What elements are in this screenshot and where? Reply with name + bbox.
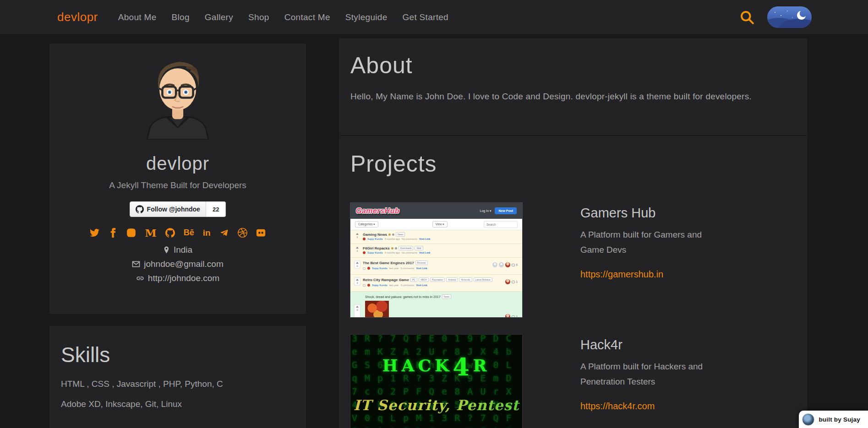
hack4r-tagline: IT Security, Pentest bbox=[350, 397, 522, 413]
search-icon[interactable] bbox=[739, 9, 755, 26]
gamershub-view-dropdown: View ▾ bbox=[432, 221, 448, 228]
profile-avatar bbox=[132, 50, 224, 140]
about-card: About Hello, My Name is John Doe. I love… bbox=[339, 38, 807, 135]
built-by-text: built by Sujay bbox=[819, 416, 860, 423]
project-row-gamers-hub: GamersHub Log In ▾ New Post Categories ▾… bbox=[350, 203, 794, 317]
gamershub-thumb-header: GamersHub Log In ▾ New Post bbox=[350, 203, 522, 219]
gamershub-search-input bbox=[484, 221, 518, 228]
project-description: A Platform built for Gamers and Game Dev… bbox=[580, 227, 727, 257]
nav-item-contact-me[interactable]: Contact Me bbox=[284, 12, 330, 22]
behance-icon[interactable]: Bē bbox=[184, 228, 194, 238]
nav-item-get-started[interactable]: Get Started bbox=[403, 12, 448, 22]
projects-card: Projects GamersHub Log In ▾ New Post Cat… bbox=[339, 136, 807, 428]
medium-icon[interactable]: M bbox=[145, 228, 156, 238]
skills-line: HTML , CSS , Javascript , PHP, Python, C bbox=[61, 379, 295, 389]
github-follow-label: Follow @johndoe bbox=[147, 206, 200, 213]
social-links: M Bē in bbox=[90, 228, 265, 238]
theme-toggle[interactable] bbox=[767, 6, 812, 28]
email-row: johndoe@gmail.com bbox=[132, 259, 224, 269]
facebook-icon[interactable] bbox=[108, 228, 118, 238]
gamershub-logo: GamersHub bbox=[356, 207, 399, 215]
website-link[interactable]: http://johndoe.com bbox=[148, 273, 219, 283]
flickr-icon[interactable] bbox=[256, 228, 266, 238]
gamershub-login: Log In ▾ bbox=[480, 209, 491, 213]
gamershub-categories-dropdown: Categories ▾ bbox=[355, 221, 378, 228]
instagram-icon[interactable] bbox=[126, 228, 136, 238]
gamershub-post: 3 Shock, dread and yakuza: games not to … bbox=[350, 292, 522, 317]
nav-item-blog[interactable]: Blog bbox=[172, 12, 190, 22]
project-row-hack4r: 3R?7QFE019PDCemKZA2Ur8JX4bGS6TyHh5NwV0Lq… bbox=[350, 335, 794, 428]
email-link[interactable]: johndoe@gmail.com bbox=[144, 259, 224, 269]
project-name: Hack4r bbox=[580, 337, 727, 352]
hack4r-logo: HACK4R bbox=[350, 356, 522, 375]
gamershub-post: 1 FitGirl RepacksDownloadsWeb Sujay Kund… bbox=[350, 244, 522, 258]
about-text: Hello, My Name is John Doe. I love to Co… bbox=[350, 92, 794, 102]
gamershub-post: 1 Gaming NewsNews Sujay Kundu4 months ag… bbox=[350, 230, 522, 244]
nav-item-shop[interactable]: Shop bbox=[248, 12, 269, 22]
project-link[interactable]: https://hack4r.com bbox=[580, 401, 655, 412]
profile-name: devlopr bbox=[146, 153, 209, 174]
twitter-icon[interactable] bbox=[90, 228, 99, 238]
matrix-background: 3R?7QFE019PDCemKZA2Ur8JX4bGS6TyHh5NwV0Lq… bbox=[352, 335, 522, 428]
github-follow-button[interactable]: Follow @johndoe 22 bbox=[130, 201, 226, 217]
profile-tagline: A Jekyll Theme Built for Developers bbox=[109, 180, 246, 190]
location-row: India bbox=[163, 245, 192, 255]
builder-avatar bbox=[802, 413, 814, 426]
hack4r-thumbnail[interactable]: 3R?7QFE019PDCemKZA2Ur8JX4bGS6TyHh5NwV0Lq… bbox=[350, 335, 522, 428]
built-by-badge[interactable]: built by Sujay bbox=[799, 411, 868, 428]
project-link[interactable]: https://gamershub.in bbox=[580, 269, 663, 280]
telegram-icon[interactable] bbox=[219, 228, 229, 238]
gamershub-toolbar: Categories ▾ View ▾ bbox=[350, 219, 522, 230]
nav-item-styleguide[interactable]: Styleguide bbox=[345, 12, 388, 22]
github-follower-count[interactable]: 22 bbox=[206, 201, 226, 217]
nav-item-gallery[interactable]: Gallery bbox=[205, 12, 233, 22]
contact-info: India johndoe@gmail.com http://johndoe.c… bbox=[132, 245, 224, 283]
email-icon bbox=[132, 260, 140, 268]
projects-title: Projects bbox=[350, 151, 794, 177]
nav-links: About Me Blog Gallery Shop Contact Me St… bbox=[118, 12, 448, 22]
gamershub-post: 2 The Best Game Engines 2017Reviews Suja… bbox=[350, 258, 522, 275]
github-icon bbox=[136, 205, 144, 213]
moon-icon bbox=[795, 9, 808, 22]
link-icon bbox=[136, 274, 144, 282]
github-social-icon[interactable] bbox=[165, 228, 175, 238]
skills-card: Skills HTML , CSS , Javascript , PHP, Py… bbox=[49, 326, 306, 428]
gamershub-thumbnail[interactable]: GamersHub Log In ▾ New Post Categories ▾… bbox=[350, 203, 522, 317]
navbar: devlopr About Me Blog Gallery Shop Conta… bbox=[0, 0, 868, 34]
gamershub-newpost-button: New Post bbox=[495, 207, 517, 214]
post-image bbox=[365, 301, 389, 317]
location-pin-icon bbox=[163, 246, 170, 254]
site-logo[interactable]: devlopr bbox=[57, 10, 98, 24]
location-text: India bbox=[174, 245, 192, 255]
profile-card: devlopr A Jekyll Theme Built for Develop… bbox=[49, 43, 306, 314]
linkedin-icon[interactable]: in bbox=[203, 228, 211, 238]
skills-title: Skills bbox=[61, 342, 295, 367]
stars-decoration bbox=[775, 12, 775, 13]
gamershub-post: 3 Retro City Rampage GamePCXBOXPlaystati… bbox=[350, 275, 522, 292]
skills-line: Adobe XD, Inkscape, Git, Linux bbox=[61, 399, 295, 409]
dribbble-icon[interactable] bbox=[238, 228, 247, 238]
navbar-actions bbox=[739, 6, 812, 28]
project-info-hack4r: Hack4r A Platform built for Hackers and … bbox=[580, 335, 727, 428]
project-info-gamers-hub: Gamers Hub A Platform built for Gamers a… bbox=[580, 203, 727, 317]
nav-item-about-me[interactable]: About Me bbox=[118, 12, 157, 22]
project-name: Gamers Hub bbox=[580, 206, 727, 221]
project-description: A Platform built for Hackers and Penetra… bbox=[580, 359, 727, 389]
website-row: http://johndoe.com bbox=[136, 273, 219, 283]
about-title: About bbox=[350, 52, 794, 79]
